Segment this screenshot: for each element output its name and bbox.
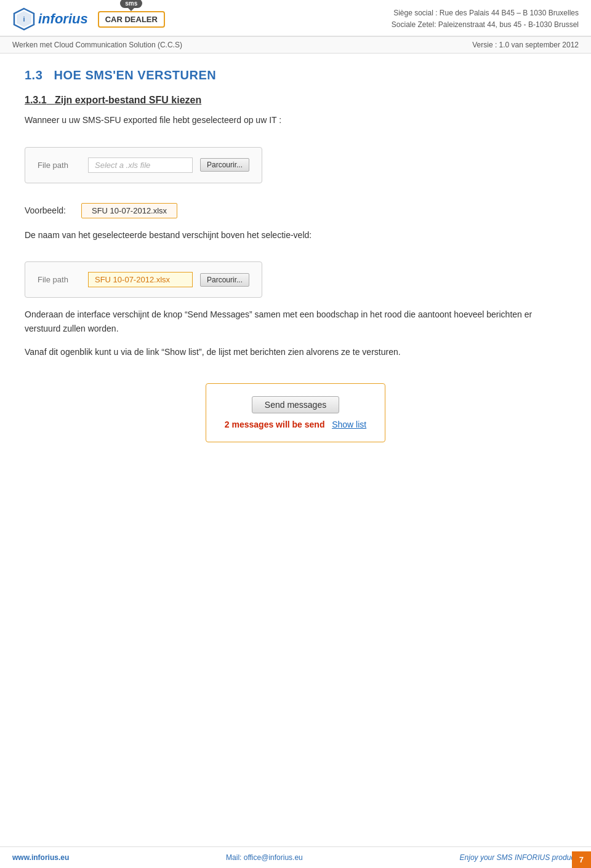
messages-count-text: 2 messages will be send [225,420,325,429]
voorbeeld-row: Voorbeeld: SFU 10-07-2012.xlsx [25,203,566,218]
sms-bubble: sms [120,0,142,8]
filename-badge: SFU 10-07-2012.xlsx [81,203,177,218]
show-list-link[interactable]: Show list [332,420,366,429]
sub-header-left-text: Werken met Cloud Communication Solution … [12,41,182,49]
sub-header: Werken met Cloud Communication Solution … [0,37,591,54]
file-path-label-1: File path [38,161,81,170]
file-path-row-2: File path SFU 10-07-2012.xlsx Parcourir.… [38,272,249,287]
paragraph-2: De naam van het geselecteerde bestand ve… [25,228,566,242]
paragraph-1: Wanneer u uw SMS-SFU exported file hebt … [25,113,566,127]
file-path-mockup-1: File path Select a .xls file Parcourir..… [25,147,262,183]
browse-button-2[interactable]: Parcourir... [200,273,249,287]
file-path-label-2: File path [38,275,81,284]
logo-inforius-text: inforius [38,11,88,27]
send-messages-button[interactable]: Send messages [252,396,339,413]
page-header: i inforius sms CAR DEALER Siège social :… [0,0,591,37]
file-path-input-2[interactable]: SFU 10-07-2012.xlsx [88,272,193,287]
paragraph-4: Vanaf dit ogenblik kunt u via de link “S… [25,345,566,359]
subsection-number: 1.3.1 [25,95,47,105]
main-content: 1.3 HOE SMS'EN VERSTUREN 1.3.1 Zijn expo… [0,54,591,492]
browse-button-1[interactable]: Parcourir... [200,158,249,172]
page-footer: www.inforius.eu Mail: office@inforius.eu… [0,846,591,868]
svg-text:i: i [23,15,25,23]
footer-email[interactable]: Mail: office@inforius.eu [226,853,303,862]
header-address: Siège social : Rue des Palais 44 B45 – B… [392,7,579,31]
section-title: 1.3 HOE SMS'EN VERSTUREN [25,68,566,82]
inforius-logo: i inforius [12,7,88,31]
footer-website[interactable]: www.inforius.eu [12,853,69,862]
footer-page-number: 7 [572,851,591,868]
file-path-input-1[interactable]: Select a .xls file [88,157,193,173]
file-path-row-1: File path Select a .xls file Parcourir..… [38,157,249,173]
header-logos: i inforius sms CAR DEALER [12,7,165,31]
address-line2: Sociale Zetel: Paleizenstraat 44, bus 45… [392,19,579,31]
messages-count-row: 2 messages will be send Show list [225,420,366,429]
sub-header-right-text: Versie : 1.0 van september 2012 [472,41,579,49]
section-title-text: HOE SMS'EN VERSTUREN [54,68,216,82]
hexagon-icon: i [12,7,36,31]
subsection-title: 1.3.1 Zijn export-bestand SFU kiezen [25,95,566,106]
address-line1: Siège social : Rue des Palais 44 B45 – B… [392,7,579,19]
footer-slogan: Enjoy your SMS INFORIUS product. [460,853,579,862]
section-number: 1.3 [25,68,42,82]
send-messages-box: Send messages 2 messages will be send Sh… [206,383,385,442]
send-messages-wrapper: Send messages 2 messages will be send Sh… [25,371,566,455]
subsection-title-text: Zijn export-bestand SFU kiezen [55,95,201,105]
car-dealer-label: sms CAR DEALER [98,11,165,28]
voorbeeld-label: Voorbeeld: [25,205,74,215]
file-path-mockup-2: File path SFU 10-07-2012.xlsx Parcourir.… [25,261,262,298]
paragraph-3: Onderaan de interface verschijnt de knop… [25,308,566,335]
